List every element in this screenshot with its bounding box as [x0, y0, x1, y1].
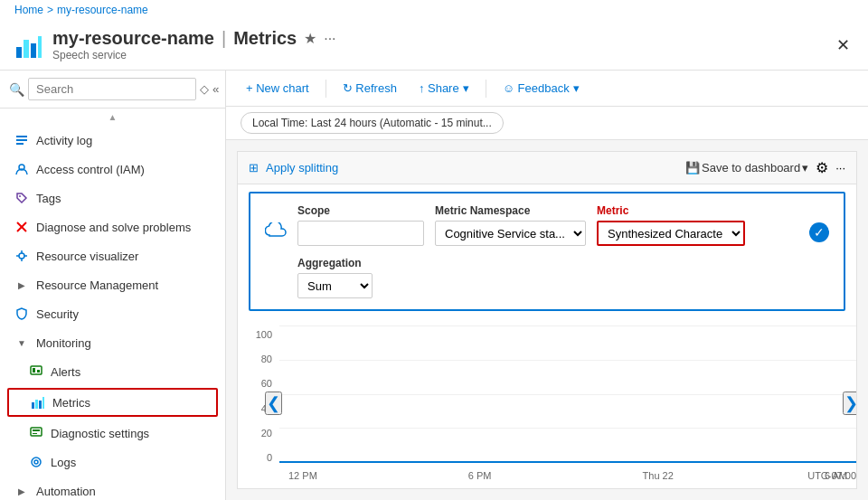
- resource-visualizer-icon: [14, 249, 29, 263]
- chart-container: ⊞ Apply splitting 💾 Save to dashboard ▾ …: [237, 151, 857, 489]
- svg-point-26: [32, 458, 41, 467]
- metrics-icon: [31, 395, 45, 410]
- scope-label: Scope: [297, 204, 424, 217]
- search-icon: 🔍: [9, 82, 24, 97]
- breadcrumb-resource[interactable]: my-resource-name: [57, 4, 148, 16]
- grid-line: [279, 325, 856, 326]
- sidebar-label: Metrics: [52, 396, 90, 410]
- feedback-button[interactable]: ☺ Feedback ▾: [497, 78, 585, 99]
- tags-icon: [14, 191, 29, 205]
- scope-field: Scope: [297, 204, 424, 246]
- share-button[interactable]: ↑ Share ▾: [413, 78, 475, 99]
- feedback-dropdown-icon: ▾: [573, 81, 580, 95]
- chart-nav-right[interactable]: ❯: [843, 392, 856, 415]
- diagnostic-icon: [29, 426, 43, 440]
- refresh-button[interactable]: ↻ Refresh: [337, 78, 402, 99]
- automation-icon: ▶: [14, 484, 29, 498]
- svg-rect-25: [33, 433, 37, 434]
- chevron-down-icon: ▼: [14, 335, 29, 350]
- sidebar-item-logs[interactable]: Logs: [0, 448, 225, 476]
- sidebar-collapse-btn[interactable]: «: [212, 82, 219, 96]
- sidebar-label: Activity log: [36, 134, 92, 147]
- svg-rect-16: [31, 366, 42, 374]
- scope-input[interactable]: [297, 221, 424, 246]
- chart-area: 100 80 60 40 20 0: [238, 318, 856, 488]
- metric-select[interactable]: Synthesized Characters: [599, 221, 743, 246]
- alerts-icon: [29, 364, 43, 379]
- sidebar-item-diagnose[interactable]: Diagnose and solve problems: [0, 212, 225, 241]
- sidebar-label: Alerts: [51, 365, 80, 379]
- content-toolbar: + New chart ↻ Refresh ↑ Share ▾ ☺ Feedba…: [226, 71, 868, 107]
- new-chart-button[interactable]: + New chart: [241, 78, 315, 99]
- save-icon: 💾: [685, 161, 700, 175]
- resource-subtitle: Speech service: [52, 49, 336, 61]
- sidebar-item-automation[interactable]: ▶ Automation: [0, 476, 225, 500]
- access-control-icon: [14, 162, 29, 176]
- svg-rect-1: [24, 40, 29, 58]
- sidebar-item-metrics[interactable]: Metrics: [7, 388, 218, 417]
- sidebar-item-resource-management[interactable]: ▶ Resource Management: [0, 270, 225, 299]
- apply-splitting-button[interactable]: Apply splitting: [266, 161, 338, 175]
- sidebar-item-access-control[interactable]: Access control (IAM): [0, 155, 225, 184]
- svg-rect-18: [37, 370, 40, 373]
- chart-x-labels: 12 PM 6 PM Thu 22 6 AM: [279, 470, 856, 481]
- svg-rect-2: [31, 43, 36, 58]
- chart-more-button[interactable]: ···: [835, 161, 845, 175]
- grid-line: [279, 394, 856, 395]
- chart-settings-button[interactable]: ⚙: [816, 159, 828, 176]
- svg-rect-23: [31, 428, 42, 436]
- time-filter-pill[interactable]: Local Time: Last 24 hours (Automatic - 1…: [241, 112, 504, 134]
- close-button[interactable]: ✕: [833, 32, 854, 59]
- svg-rect-3: [38, 36, 42, 58]
- metric-field: Metric Synthesized Characters: [597, 204, 745, 246]
- sidebar-item-tags[interactable]: Tags: [0, 184, 225, 212]
- share-dropdown-icon: ▾: [463, 81, 469, 95]
- svg-rect-17: [33, 368, 35, 373]
- svg-rect-19: [32, 402, 34, 409]
- sidebar-label: Access control (IAM): [36, 163, 145, 176]
- svg-rect-4: [16, 136, 27, 137]
- logs-icon: [29, 455, 43, 469]
- top-bar: my-resource-name | Metrics ★ ··· Speech …: [0, 20, 868, 71]
- chart-nav-left[interactable]: ❮: [265, 392, 282, 415]
- namespace-select[interactable]: Cognitive Service sta...: [436, 221, 585, 246]
- content-area: + New chart ↻ Refresh ↑ Share ▾ ☺ Feedba…: [226, 71, 868, 500]
- sidebar-label: Tags: [36, 192, 61, 205]
- sidebar: 🔍 ◇ « ▲ Activity log Access control (IAM…: [0, 71, 226, 500]
- diagnose-icon: [14, 220, 29, 234]
- time-filter-bar: Local Time: Last 24 hours (Automatic - 1…: [226, 107, 868, 140]
- sidebar-item-security[interactable]: Security: [0, 299, 225, 328]
- svg-point-8: [19, 195, 21, 197]
- sidebar-item-monitoring[interactable]: ▼ Monitoring: [0, 328, 225, 357]
- sidebar-item-alerts[interactable]: Alerts: [0, 357, 225, 386]
- aggregation-select[interactable]: Sum Average Min Max Count: [298, 273, 372, 298]
- sidebar-label: Security: [36, 307, 79, 321]
- resource-icon: [14, 31, 43, 60]
- metric-check-icon: ✓: [809, 222, 829, 242]
- sidebar-label: Resource visualizer: [36, 250, 138, 263]
- search-input[interactable]: [28, 78, 196, 100]
- sidebar-item-resource-visualizer[interactable]: Resource visualizer: [0, 241, 225, 270]
- save-dropdown-icon: ▾: [802, 161, 808, 175]
- security-icon: [14, 307, 29, 321]
- aggregation-field: Aggregation Sum Average Min Max Count: [297, 257, 373, 298]
- sidebar-label: Monitoring: [36, 336, 91, 350]
- namespace-label: Metric Namespace: [435, 204, 586, 217]
- sidebar-item-activity-log[interactable]: Activity log: [0, 126, 225, 155]
- breadcrumb: Home > my-resource-name: [0, 0, 868, 20]
- grid-line: [279, 360, 856, 361]
- save-dashboard-button[interactable]: 💾 Save to dashboard ▾: [685, 161, 808, 175]
- more-button[interactable]: ···: [324, 31, 335, 47]
- sidebar-item-diagnostic-settings[interactable]: Diagnostic settings: [0, 419, 225, 448]
- svg-rect-20: [35, 400, 38, 409]
- sidebar-label: Automation: [36, 485, 96, 498]
- splitting-icon: ⊞: [249, 161, 259, 175]
- svg-rect-6: [16, 143, 24, 145]
- svg-rect-5: [16, 139, 27, 141]
- page-title: my-resource-name | Metrics ★ ···: [52, 28, 336, 49]
- sidebar-scroll-up: ▲: [0, 108, 225, 126]
- sidebar-label: Logs: [51, 456, 76, 469]
- sidebar-icon-btn[interactable]: ◇: [200, 82, 209, 96]
- breadcrumb-home[interactable]: Home: [14, 4, 43, 16]
- star-button[interactable]: ★: [304, 30, 316, 47]
